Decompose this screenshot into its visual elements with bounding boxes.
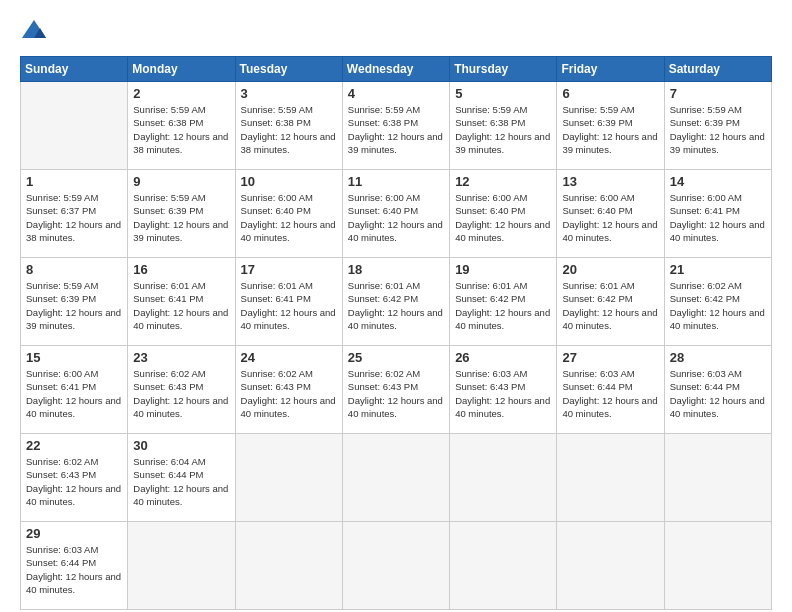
col-monday: Monday — [128, 57, 235, 82]
day-info: Sunrise: 5:59 AMSunset: 6:38 PMDaylight:… — [348, 103, 444, 156]
logo-icon — [20, 18, 48, 46]
calendar-cell: 29 Sunrise: 6:03 AMSunset: 6:44 PMDaylig… — [21, 522, 128, 610]
day-number: 8 — [26, 262, 122, 277]
calendar-cell: 21 Sunrise: 6:02 AMSunset: 6:42 PMDaylig… — [664, 258, 771, 346]
col-saturday: Saturday — [664, 57, 771, 82]
day-number: 7 — [670, 86, 766, 101]
day-info: Sunrise: 6:04 AMSunset: 6:44 PMDaylight:… — [133, 455, 229, 508]
day-number: 24 — [241, 350, 337, 365]
day-number: 27 — [562, 350, 658, 365]
calendar-cell — [21, 82, 128, 170]
calendar-cell — [342, 522, 449, 610]
page: Sunday Monday Tuesday Wednesday Thursday… — [0, 0, 792, 612]
calendar-row: 29 Sunrise: 6:03 AMSunset: 6:44 PMDaylig… — [21, 522, 772, 610]
calendar-cell: 22 Sunrise: 6:02 AMSunset: 6:43 PMDaylig… — [21, 434, 128, 522]
day-info: Sunrise: 6:02 AMSunset: 6:43 PMDaylight:… — [133, 367, 229, 420]
calendar-cell: 26 Sunrise: 6:03 AMSunset: 6:43 PMDaylig… — [450, 346, 557, 434]
day-number: 20 — [562, 262, 658, 277]
day-number: 11 — [348, 174, 444, 189]
calendar-cell: 12 Sunrise: 6:00 AMSunset: 6:40 PMDaylig… — [450, 170, 557, 258]
calendar-cell: 9 Sunrise: 5:59 AMSunset: 6:39 PMDayligh… — [128, 170, 235, 258]
calendar-cell — [557, 434, 664, 522]
day-info: Sunrise: 6:01 AMSunset: 6:41 PMDaylight:… — [133, 279, 229, 332]
day-number: 13 — [562, 174, 658, 189]
calendar-cell — [664, 522, 771, 610]
calendar-cell: 11 Sunrise: 6:00 AMSunset: 6:40 PMDaylig… — [342, 170, 449, 258]
calendar-cell: 16 Sunrise: 6:01 AMSunset: 6:41 PMDaylig… — [128, 258, 235, 346]
day-info: Sunrise: 5:59 AMSunset: 6:38 PMDaylight:… — [241, 103, 337, 156]
calendar-cell — [450, 522, 557, 610]
day-info: Sunrise: 6:01 AMSunset: 6:41 PMDaylight:… — [241, 279, 337, 332]
calendar-row: 2 Sunrise: 5:59 AMSunset: 6:38 PMDayligh… — [21, 82, 772, 170]
calendar-cell: 5 Sunrise: 5:59 AMSunset: 6:38 PMDayligh… — [450, 82, 557, 170]
day-info: Sunrise: 6:02 AMSunset: 6:43 PMDaylight:… — [26, 455, 122, 508]
calendar-cell: 14 Sunrise: 6:00 AMSunset: 6:41 PMDaylig… — [664, 170, 771, 258]
calendar-cell: 18 Sunrise: 6:01 AMSunset: 6:42 PMDaylig… — [342, 258, 449, 346]
calendar-cell: 13 Sunrise: 6:00 AMSunset: 6:40 PMDaylig… — [557, 170, 664, 258]
day-number: 15 — [26, 350, 122, 365]
calendar-cell: 23 Sunrise: 6:02 AMSunset: 6:43 PMDaylig… — [128, 346, 235, 434]
day-info: Sunrise: 5:59 AMSunset: 6:39 PMDaylight:… — [562, 103, 658, 156]
calendar-cell — [235, 434, 342, 522]
day-info: Sunrise: 6:01 AMSunset: 6:42 PMDaylight:… — [562, 279, 658, 332]
day-info: Sunrise: 6:03 AMSunset: 6:44 PMDaylight:… — [670, 367, 766, 420]
header — [20, 18, 772, 46]
day-info: Sunrise: 5:59 AMSunset: 6:39 PMDaylight:… — [670, 103, 766, 156]
day-info: Sunrise: 6:00 AMSunset: 6:40 PMDaylight:… — [348, 191, 444, 244]
calendar-header-row: Sunday Monday Tuesday Wednesday Thursday… — [21, 57, 772, 82]
day-number: 21 — [670, 262, 766, 277]
calendar-row: 1 Sunrise: 5:59 AMSunset: 6:37 PMDayligh… — [21, 170, 772, 258]
day-info: Sunrise: 5:59 AMSunset: 6:39 PMDaylight:… — [133, 191, 229, 244]
calendar-cell: 6 Sunrise: 5:59 AMSunset: 6:39 PMDayligh… — [557, 82, 664, 170]
day-number: 9 — [133, 174, 229, 189]
logo — [20, 18, 50, 46]
calendar-row: 22 Sunrise: 6:02 AMSunset: 6:43 PMDaylig… — [21, 434, 772, 522]
day-number: 1 — [26, 174, 122, 189]
day-info: Sunrise: 6:02 AMSunset: 6:43 PMDaylight:… — [241, 367, 337, 420]
calendar-cell — [557, 522, 664, 610]
day-number: 17 — [241, 262, 337, 277]
day-number: 16 — [133, 262, 229, 277]
calendar-row: 15 Sunrise: 6:00 AMSunset: 6:41 PMDaylig… — [21, 346, 772, 434]
day-number: 19 — [455, 262, 551, 277]
day-info: Sunrise: 6:00 AMSunset: 6:40 PMDaylight:… — [455, 191, 551, 244]
day-number: 30 — [133, 438, 229, 453]
calendar-table: Sunday Monday Tuesday Wednesday Thursday… — [20, 56, 772, 610]
day-info: Sunrise: 5:59 AMSunset: 6:38 PMDaylight:… — [455, 103, 551, 156]
col-sunday: Sunday — [21, 57, 128, 82]
day-number: 3 — [241, 86, 337, 101]
day-info: Sunrise: 6:02 AMSunset: 6:42 PMDaylight:… — [670, 279, 766, 332]
calendar-cell: 30 Sunrise: 6:04 AMSunset: 6:44 PMDaylig… — [128, 434, 235, 522]
day-number: 22 — [26, 438, 122, 453]
day-number: 10 — [241, 174, 337, 189]
day-info: Sunrise: 6:00 AMSunset: 6:40 PMDaylight:… — [241, 191, 337, 244]
calendar-cell — [664, 434, 771, 522]
calendar-row: 8 Sunrise: 5:59 AMSunset: 6:39 PMDayligh… — [21, 258, 772, 346]
day-info: Sunrise: 6:00 AMSunset: 6:41 PMDaylight:… — [670, 191, 766, 244]
calendar-cell: 24 Sunrise: 6:02 AMSunset: 6:43 PMDaylig… — [235, 346, 342, 434]
calendar-cell: 25 Sunrise: 6:02 AMSunset: 6:43 PMDaylig… — [342, 346, 449, 434]
calendar-cell — [235, 522, 342, 610]
day-info: Sunrise: 6:03 AMSunset: 6:44 PMDaylight:… — [26, 543, 122, 596]
day-number: 14 — [670, 174, 766, 189]
day-number: 4 — [348, 86, 444, 101]
day-number: 25 — [348, 350, 444, 365]
day-info: Sunrise: 6:00 AMSunset: 6:41 PMDaylight:… — [26, 367, 122, 420]
day-info: Sunrise: 6:00 AMSunset: 6:40 PMDaylight:… — [562, 191, 658, 244]
col-thursday: Thursday — [450, 57, 557, 82]
calendar-cell: 8 Sunrise: 5:59 AMSunset: 6:39 PMDayligh… — [21, 258, 128, 346]
calendar-cell: 2 Sunrise: 5:59 AMSunset: 6:38 PMDayligh… — [128, 82, 235, 170]
day-number: 2 — [133, 86, 229, 101]
calendar-cell — [128, 522, 235, 610]
day-number: 12 — [455, 174, 551, 189]
day-number: 5 — [455, 86, 551, 101]
day-number: 18 — [348, 262, 444, 277]
day-info: Sunrise: 5:59 AMSunset: 6:37 PMDaylight:… — [26, 191, 122, 244]
calendar-cell: 3 Sunrise: 5:59 AMSunset: 6:38 PMDayligh… — [235, 82, 342, 170]
day-number: 29 — [26, 526, 122, 541]
day-info: Sunrise: 6:02 AMSunset: 6:43 PMDaylight:… — [348, 367, 444, 420]
day-info: Sunrise: 5:59 AMSunset: 6:39 PMDaylight:… — [26, 279, 122, 332]
calendar-cell: 1 Sunrise: 5:59 AMSunset: 6:37 PMDayligh… — [21, 170, 128, 258]
day-info: Sunrise: 6:03 AMSunset: 6:43 PMDaylight:… — [455, 367, 551, 420]
col-friday: Friday — [557, 57, 664, 82]
